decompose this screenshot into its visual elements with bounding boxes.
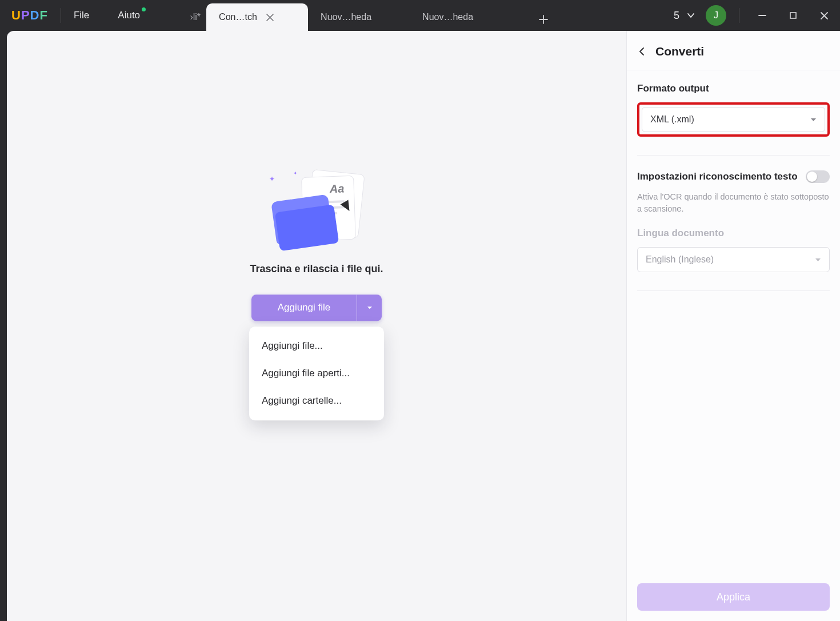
ocr-settings-label: Impostazioni riconoscimento testo	[637, 171, 798, 182]
divider	[637, 290, 830, 291]
maximize-button[interactable]	[783, 5, 803, 26]
toggle-knob	[807, 172, 817, 182]
minimize-button[interactable]	[752, 5, 773, 26]
output-format-select[interactable]: XML (.xml)	[642, 107, 825, 132]
output-format-label: Formato output	[637, 83, 830, 94]
aa-glyph: Aa	[329, 182, 344, 196]
menu-help[interactable]: Aiuto	[118, 10, 140, 21]
window-controls-group: 5 J	[674, 0, 834, 31]
chevron-down-icon	[815, 257, 821, 263]
work-area: Aa ✦ ✦ Trascina e rilascia i file qui. A…	[0, 31, 840, 621]
output-format-highlight: XML (.xml)	[637, 102, 830, 137]
logo-letter: F	[39, 8, 47, 22]
menu-item-add-open-files[interactable]: Aggiungi file aperti...	[249, 360, 384, 387]
drop-zone: Aa ✦ ✦ Trascina e rilascia i file qui. A…	[197, 172, 437, 420]
panel-header: Converti	[627, 31, 840, 70]
ocr-settings-row: Impostazioni riconoscimento testo	[627, 156, 840, 186]
drop-instruction: Trascina e rilascia i file qui.	[250, 263, 383, 275]
add-file-dropdown-toggle[interactable]	[357, 294, 382, 321]
divider	[739, 8, 739, 23]
app-logo: UPDF	[11, 8, 48, 23]
ocr-toggle[interactable]	[806, 170, 830, 183]
drop-illustration: Aa ✦ ✦	[268, 172, 365, 252]
close-icon[interactable]	[265, 12, 275, 22]
add-file-button[interactable]: Aggiungi file	[251, 294, 357, 321]
sparkle-icon: ✦	[269, 175, 275, 183]
back-button[interactable]	[636, 46, 647, 57]
menu-file[interactable]: File	[74, 10, 89, 21]
add-file-split-button[interactable]: Aggiungi file	[251, 294, 382, 321]
select-value: English (Inglese)	[646, 254, 714, 265]
panel-title: Converti	[655, 45, 704, 58]
folder-icon	[275, 204, 339, 251]
tab-label: Nuov…heda	[422, 12, 473, 22]
logo-letter: D	[30, 8, 40, 22]
new-tab-button[interactable]	[532, 8, 555, 31]
menu-item-add-files[interactable]: Aggiungi file...	[249, 332, 384, 360]
apply-button-wrap: Applica	[627, 573, 840, 621]
logo-letter: P	[21, 8, 30, 22]
tab-strip: ›li* Con…tch Nuov…heda Nuov…heda	[172, 0, 555, 31]
main-canvas[interactable]: Aa ✦ ✦ Trascina e rilascia i file qui. A…	[7, 31, 626, 621]
title-bar: UPDF File Aiuto ›li* Con…tch Nuov…heda N…	[0, 0, 840, 31]
tab-background-partial[interactable]: ›li*	[172, 3, 206, 31]
close-window-button[interactable]	[814, 5, 834, 26]
ocr-hint: Attiva l'OCR quando il documento è stato…	[627, 186, 840, 215]
document-language-label: Lingua documento	[637, 228, 830, 239]
tab-new-1[interactable]: Nuov…heda	[308, 3, 410, 31]
tab-label: Nuov…heda	[321, 12, 371, 22]
tab-label: Con…tch	[219, 12, 257, 22]
tab-convert-batch[interactable]: Con…tch	[206, 3, 308, 31]
chevron-down-icon[interactable]	[686, 11, 695, 20]
document-language-section: Lingua documento English (Inglese)	[627, 215, 840, 277]
menu-help-label: Aiuto	[118, 10, 140, 21]
divider	[61, 8, 61, 23]
convert-panel: Converti Formato output XML (.xml) Impos…	[626, 31, 840, 621]
sparkle-icon: ✦	[293, 170, 298, 176]
notification-count[interactable]: 5	[674, 10, 679, 22]
apply-button[interactable]: Applica	[637, 583, 830, 611]
avatar-initial: J	[714, 10, 718, 21]
notification-dot-icon	[142, 7, 146, 11]
add-file-dropdown-menu: Aggiungi file... Aggiungi file aperti...…	[249, 327, 384, 420]
logo-letter: U	[11, 8, 21, 22]
user-avatar[interactable]: J	[706, 5, 726, 26]
svg-rect-0	[790, 13, 796, 18]
tab-new-2[interactable]: Nuov…heda	[410, 3, 511, 31]
select-value: XML (.xml)	[650, 114, 694, 125]
document-language-select[interactable]: English (Inglese)	[637, 247, 830, 272]
chevron-down-icon	[810, 117, 817, 123]
menu-item-add-folders[interactable]: Aggiungi cartelle...	[249, 387, 384, 415]
output-format-section: Formato output XML (.xml)	[627, 70, 840, 141]
tab-label: ›li*	[190, 12, 201, 22]
